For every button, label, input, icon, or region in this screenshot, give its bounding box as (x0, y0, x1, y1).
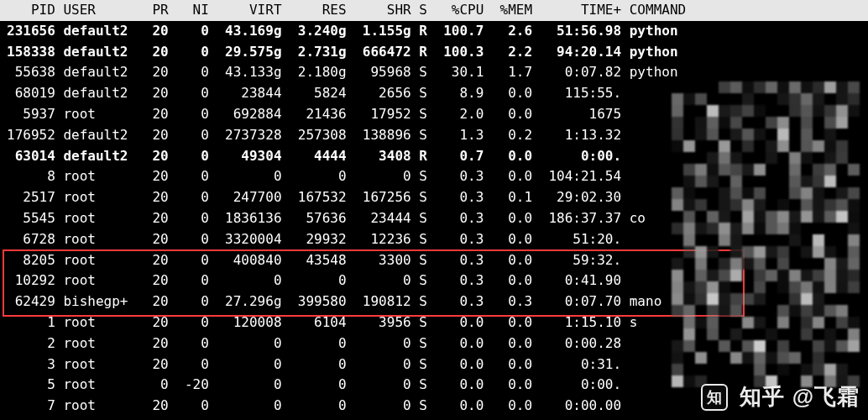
watermark-text: 知乎 @飞霜 (740, 384, 860, 409)
process-row[interactable]: 10292 root 20 0 0 0 0 S 0.3 0.0 0:41.90 (7, 270, 861, 291)
zhihu-logo-icon (701, 384, 724, 407)
process-row[interactable]: 2517 root 20 0 247700 167532 167256 S 0.… (7, 187, 861, 208)
process-row[interactable]: 3 root 20 0 0 0 0 S 0.0 0.0 0:31. (7, 354, 861, 375)
process-row[interactable]: 68019 default2 20 0 23844 5824 2656 S 8.… (7, 83, 861, 104)
process-row[interactable]: 231656 default2 20 0 43.169g 3.240g 1.15… (7, 21, 861, 42)
watermark: 知乎 @飞霜 (701, 380, 860, 413)
process-row[interactable]: 62429 bishegp+ 20 0 27.296g 399580 19081… (7, 291, 861, 312)
process-row[interactable]: 6728 root 20 0 3320004 29932 12236 S 0.3… (7, 229, 861, 250)
process-row[interactable]: 9 root 20 0 0 0 0 S 0.0 0.0 0:00.00 (7, 417, 861, 420)
process-table-body: 231656 default2 20 0 43.169g 3.240g 1.15… (0, 21, 868, 420)
process-row[interactable]: 176952 default2 20 0 2737328 257308 1388… (7, 125, 861, 146)
process-row[interactable]: 5545 root 20 0 1836136 57636 23444 S 0.3… (7, 208, 861, 229)
process-row[interactable]: 8205 root 20 0 400840 43548 3300 S 0.3 0… (7, 250, 861, 271)
terminal-top-window[interactable]: { "platform": "zhihu", "watermark": "知乎 … (0, 0, 868, 420)
process-table-header: PID USER PR NI VIRT RES SHR S %CPU %MEM … (0, 0, 868, 21)
process-row[interactable]: 8 root 20 0 0 0 0 S 0.3 0.0 104:21.54 (7, 166, 861, 187)
process-row[interactable]: 1 root 20 0 120008 6104 3956 S 0.0 0.0 1… (7, 312, 861, 333)
process-row[interactable]: 5937 root 20 0 692884 21436 17952 S 2.0 … (7, 104, 861, 125)
process-row[interactable]: 158338 default2 20 0 29.575g 2.731g 6664… (7, 42, 861, 63)
process-row[interactable]: 55638 default2 20 0 43.133g 2.180g 95968… (7, 62, 861, 83)
process-row[interactable]: 63014 default2 20 0 49304 4444 3408 R 0.… (7, 146, 861, 167)
process-row[interactable]: 2 root 20 0 0 0 0 S 0.0 0.0 0:00.28 (7, 333, 861, 354)
